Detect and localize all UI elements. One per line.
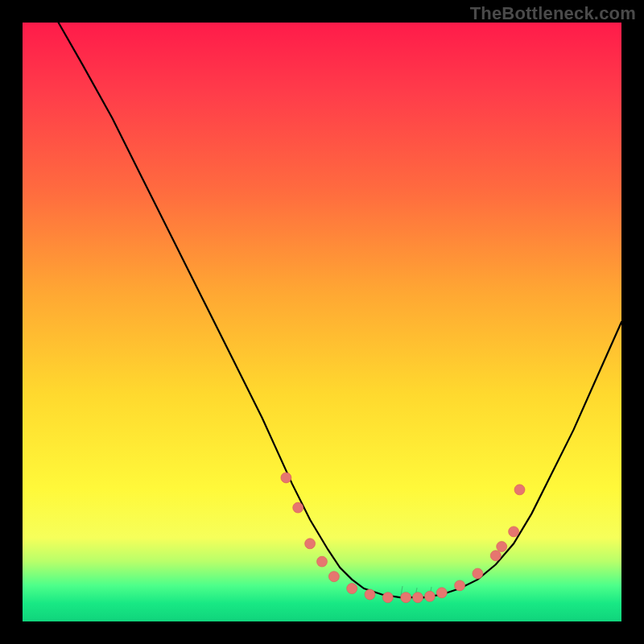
marker-dot [365,589,375,600]
marker-dot [293,502,303,513]
marker-dot [473,568,483,579]
marker-dot [382,592,393,603]
chart-frame: TheBottleneck.com [0,0,644,644]
marker-dot [424,591,435,601]
marker-dot [317,556,328,567]
marker-dot [347,584,357,594]
marker-dot [490,551,501,561]
marker-dot [455,580,465,591]
curve-left-branch [59,23,424,597]
marker-dot [401,592,411,603]
marker-dot [497,542,507,552]
marker-dot [514,485,525,495]
watermark-text: TheBottleneck.com [470,3,636,24]
marker-dot [305,539,316,549]
marker-dot [413,592,423,603]
marker-dot [328,572,339,582]
marker-dot [509,526,519,537]
curve-right-branch [424,322,622,597]
plot-area [23,23,621,621]
curve-markers [281,473,525,603]
curve-layer [23,23,621,621]
marker-dot [436,588,447,598]
marker-dot [281,473,291,483]
